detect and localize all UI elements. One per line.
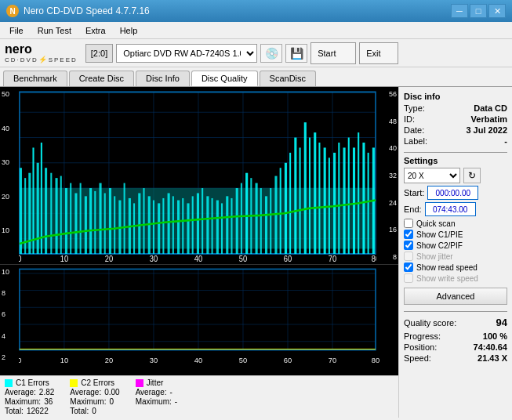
show-jitter-checkbox[interactable]	[404, 252, 413, 261]
speed-select[interactable]: 20 X	[404, 168, 460, 183]
quick-scan-checkbox[interactable]	[404, 219, 413, 228]
divider-1	[404, 152, 507, 153]
legend-c2-total-label: Total:	[70, 407, 89, 415]
svg-rect-35	[109, 188, 111, 254]
svg-text:50: 50	[239, 356, 247, 364]
svg-rect-77	[314, 132, 316, 254]
show-c2pif-row: Show C2/PIF	[404, 241, 507, 250]
menu-run-test[interactable]: Run Test	[31, 24, 78, 37]
menu-extra[interactable]: Extra	[79, 24, 112, 37]
show-c1pie-row: Show C1/PIE	[404, 230, 507, 239]
close-button[interactable]: ✕	[488, 4, 506, 18]
menu-file[interactable]: File	[3, 24, 30, 37]
svg-rect-42	[143, 188, 144, 254]
settings-title: Settings	[404, 156, 507, 165]
minimize-button[interactable]: ─	[451, 4, 468, 18]
svg-rect-63	[245, 173, 248, 254]
y-left-10: 10	[2, 226, 17, 234]
show-write-speed-checkbox[interactable]	[404, 273, 413, 283]
maximize-button[interactable]: □	[470, 4, 487, 18]
y-axis-left-top: 50 40 30 20 10	[0, 87, 19, 264]
tab-create-disc[interactable]: Create Disc	[69, 71, 134, 86]
legend-jitter-avg-value: -	[169, 388, 172, 396]
svg-rect-29	[80, 183, 82, 254]
legend-jitter-header: Jitter	[136, 378, 177, 387]
legend-c2-avg-label: Average:	[70, 388, 101, 396]
svg-rect-67	[265, 196, 267, 254]
end-label: End:	[404, 205, 422, 214]
svg-rect-19	[32, 147, 34, 254]
svg-text:60: 60	[284, 253, 292, 263]
legend-c1-errors: C1 Errors Average: 2.82 Maximum: 36 Tota…	[5, 378, 54, 415]
disc-type-value: Data CD	[474, 103, 507, 113]
refresh-button[interactable]: ↻	[463, 168, 481, 183]
start-button[interactable]: Start	[310, 42, 356, 64]
svg-rect-87	[362, 143, 365, 254]
start-input[interactable]	[427, 186, 478, 200]
y-label-16: 16	[378, 226, 397, 234]
legend-c2-total-value: 0	[92, 407, 96, 415]
speed-value: 21.43 X	[478, 353, 507, 363]
y-label-40: 40	[378, 144, 397, 152]
disc-type-label: Type:	[404, 103, 425, 113]
tab-benchmark[interactable]: Benchmark	[3, 71, 67, 86]
svg-rect-40	[133, 203, 135, 254]
end-input[interactable]	[425, 202, 476, 216]
svg-rect-86	[358, 132, 359, 254]
title-bar: N Nero CD-DVD Speed 4.7.7.16 ─ □ ✕	[0, 0, 512, 22]
legend-c1-color	[5, 379, 13, 387]
legend-c1-max-label: Maximum:	[5, 397, 41, 406]
legend-c1-header: C1 Errors	[5, 378, 54, 387]
svg-rect-71	[285, 163, 287, 254]
y-axis-left-bottom: 10 8 6 4 2	[0, 265, 19, 364]
drive-select[interactable]: Optiarc DVD RW AD-7240S 1.04	[116, 44, 257, 63]
show-c2pif-checkbox[interactable]	[404, 241, 413, 250]
y-left-50: 50	[2, 90, 17, 98]
disc-date-value: 3 Jul 2022	[466, 125, 507, 135]
disc-label-row: Label: -	[404, 136, 507, 146]
svg-text:20: 20	[105, 253, 113, 263]
show-read-speed-checkbox[interactable]	[404, 262, 413, 272]
save-icon-button[interactable]: 💾	[285, 44, 307, 63]
legend-c1-avg-value: 2.82	[39, 388, 54, 396]
svg-text:20: 20	[105, 356, 113, 364]
svg-rect-53	[197, 194, 199, 254]
svg-rect-20	[37, 163, 39, 254]
legend-c1-max-value: 36	[44, 397, 53, 406]
charts-area: 56 48 40 32 24 16 8 50 40 30 20 10	[0, 87, 398, 375]
title-bar-buttons: ─ □ ✕	[451, 4, 506, 18]
menu-help[interactable]: Help	[114, 24, 144, 37]
y-label-8: 8	[378, 253, 397, 261]
legend-jitter-avg-label: Average:	[136, 388, 167, 396]
svg-text:80: 80	[372, 356, 379, 364]
exit-button[interactable]: Exit	[359, 42, 398, 64]
tab-disc-quality[interactable]: Disc Quality	[191, 71, 258, 86]
svg-rect-88	[368, 153, 369, 254]
disc-label-label: Label:	[404, 136, 427, 146]
tab-disc-info[interactable]: Disc Info	[136, 71, 190, 86]
tab-scan-disc[interactable]: ScanDisc	[260, 71, 316, 86]
svg-rect-56	[212, 198, 213, 254]
svg-rect-81	[333, 153, 336, 254]
legend-c1-stats: Average: 2.82	[5, 388, 54, 396]
svg-rect-27	[70, 183, 71, 254]
legend-c2-avg-row: Average: 0.00	[70, 388, 119, 396]
svg-rect-31	[89, 188, 92, 254]
legend-c2-max-label: Maximum:	[70, 397, 106, 406]
position-value: 74:40.64	[474, 342, 507, 352]
show-c1pie-checkbox[interactable]	[404, 230, 413, 239]
show-read-speed-label: Show read speed	[416, 263, 478, 272]
y-left-20: 20	[2, 193, 17, 201]
disc-icon-button[interactable]: 💿	[260, 44, 282, 63]
main-content: 56 48 40 32 24 16 8 50 40 30 20 10	[0, 87, 512, 418]
svg-rect-79	[324, 147, 326, 254]
svg-rect-47	[168, 194, 170, 254]
charts-and-legend: 56 48 40 32 24 16 8 50 40 30 20 10	[0, 87, 398, 418]
chart-bottom: 10 8 6 4 2	[0, 265, 398, 375]
settings-section: Settings 20 X ↻ Start: End: Quick scan	[404, 156, 507, 305]
legend-c1-avg-label: Average:	[5, 388, 36, 396]
advanced-button[interactable]: Advanced	[404, 288, 507, 305]
nero-logo-text: nero	[5, 43, 32, 56]
app-icon: N	[6, 5, 19, 17]
legend-jitter: Jitter Average: - Maximum: -	[136, 378, 177, 415]
